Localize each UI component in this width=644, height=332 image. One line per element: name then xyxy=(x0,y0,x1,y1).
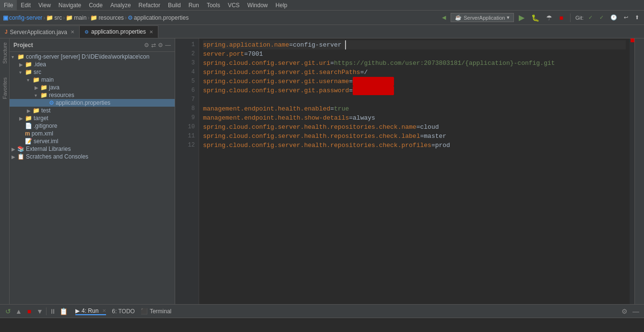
expand-icon: ▾ xyxy=(27,77,33,83)
close-run-tab[interactable]: ✕ xyxy=(102,308,106,313)
menu-edit[interactable]: Edit xyxy=(17,0,35,10)
favorites-tab[interactable]: Favorites xyxy=(1,75,9,101)
menu-tools[interactable]: Tools xyxy=(203,0,224,10)
git-push-button[interactable]: ⬆ xyxy=(633,13,641,22)
tree-gitignore[interactable]: 📄 .gitignore xyxy=(10,122,175,130)
expand-icon: ▾ xyxy=(19,70,25,75)
sidebar-header: Project ⚙ ⇄ ⚙ — xyxy=(10,38,175,52)
tree-resources-label: resources xyxy=(49,92,74,98)
menu-build[interactable]: Build xyxy=(164,0,185,10)
menu-run[interactable]: Run xyxy=(185,0,203,10)
sidebar-settings-button[interactable]: ⚙ xyxy=(144,42,149,49)
menu-refactor[interactable]: Refactor xyxy=(135,0,164,10)
run-settings-button[interactable]: ⚙ xyxy=(620,307,629,316)
menu-window[interactable]: Window xyxy=(243,0,272,10)
chevron-down-icon: ▾ xyxy=(507,14,510,21)
run-tab-todo-label: 6: TODO xyxy=(112,308,135,315)
breadcrumb-file[interactable]: application.properties xyxy=(134,14,189,21)
menu-bar: File Edit View Navigate Code Analyze Ref… xyxy=(0,0,644,11)
code-line-5: spring.cloud.config.server.git.username=… xyxy=(203,77,626,86)
run-config-selector[interactable]: ☕ ServerApplication ▾ xyxy=(451,13,514,22)
tree-src[interactable]: ▾ 📁 src xyxy=(10,68,175,76)
run-minimize-button[interactable]: — xyxy=(632,307,640,316)
expand-icon: ▾ xyxy=(35,93,40,98)
tree-target[interactable]: ▶ 📁 target xyxy=(10,114,175,122)
terminal-icon: ⬛ xyxy=(141,308,148,315)
stop-button[interactable]: ■ xyxy=(557,13,565,23)
coverage-button[interactable]: ☂ xyxy=(544,13,554,23)
expand-icon: ▶ xyxy=(19,62,25,67)
tab-label-props: application.properties xyxy=(91,28,146,35)
git-undo-button[interactable]: ↩ xyxy=(622,13,630,22)
expand-icon: ▶ xyxy=(19,116,25,121)
tree-idea-label: .idea xyxy=(34,61,46,68)
breadcrumb-project[interactable]: config-server xyxy=(9,14,42,21)
separator xyxy=(46,307,47,315)
menu-file[interactable]: File xyxy=(0,0,17,10)
menu-code[interactable]: Code xyxy=(85,0,107,10)
run-header-right: ⚙ — xyxy=(620,307,640,316)
run-scroll-up-button[interactable]: ▲ xyxy=(14,307,23,316)
tree-test[interactable]: ▶ 📁 test xyxy=(10,107,175,114)
code-line-4: spring.cloud.config.server.git.searchPat… xyxy=(203,68,626,77)
close-tab-props[interactable]: ✕ xyxy=(149,29,153,35)
sidebar-gear-button[interactable]: ⚙ xyxy=(158,42,163,49)
menu-help[interactable]: Help xyxy=(272,0,291,10)
run-button[interactable]: ▶ xyxy=(517,12,526,23)
tree-root[interactable]: ▾ 📁 config-server [server] D:\IDE\idea\w… xyxy=(10,53,175,61)
tree-java-label: java xyxy=(49,84,60,91)
run-scroll-down-button[interactable]: ▼ xyxy=(36,307,44,316)
run-tab-todo[interactable]: 6: TODO xyxy=(112,308,135,315)
tree-pom-label: pom.xml xyxy=(32,130,53,137)
tree-scratches-label: Scratches and Consoles xyxy=(26,153,88,160)
folder-icon: 📁 xyxy=(25,69,32,75)
tree-iml[interactable]: ▶ 📝 server.iml xyxy=(10,137,175,145)
expand-icon: ▶ xyxy=(12,147,17,152)
code-editor[interactable]: spring.application.name=config-server se… xyxy=(199,38,630,304)
tree-iml-label: server.iml xyxy=(34,138,58,145)
expand-icon: ▶ xyxy=(35,85,40,90)
tab-application-properties[interactable]: ⚙ application.properties ✕ xyxy=(80,25,158,38)
code-line-1: spring.application.name=config-server xyxy=(203,40,626,49)
close-tab-java[interactable]: ✕ xyxy=(71,29,74,35)
structure-tab[interactable]: Structure xyxy=(1,40,9,66)
menu-view[interactable]: View xyxy=(35,0,55,10)
run-pause-button[interactable]: ⏸ xyxy=(48,307,57,316)
tree-target-label: target xyxy=(34,115,48,122)
tab-server-application[interactable]: J ServerApplication.java ✕ xyxy=(0,25,80,38)
run-stop-button[interactable]: ■ xyxy=(25,307,34,316)
git-check-button[interactable]: ✓ xyxy=(586,13,595,22)
tree-ext-libs[interactable]: ▶ 📚 External Libraries xyxy=(10,145,175,153)
debug-button[interactable]: 🐛 xyxy=(529,13,541,23)
scratch-icon: 📋 xyxy=(17,153,24,160)
sidebar-sync-button[interactable]: ⇄ xyxy=(151,42,156,49)
run-tab-terminal[interactable]: ⬛ Terminal xyxy=(141,308,171,315)
breadcrumb-resources[interactable]: resources xyxy=(98,14,124,21)
git-history-button[interactable]: 🕐 xyxy=(608,13,619,22)
tree-java[interactable]: ▶ 📁 java xyxy=(10,84,175,91)
tree-idea[interactable]: ▶ 📁 .idea xyxy=(10,61,175,68)
run-restart-button[interactable]: ↺ xyxy=(4,307,12,316)
tree-pom[interactable]: ▶ m pom.xml xyxy=(10,130,175,137)
tree-app-props[interactable]: ▶ ⚙ application.properties xyxy=(10,99,175,107)
sidebar-minimize-button[interactable]: — xyxy=(165,42,171,49)
tree-resources[interactable]: ▾ 📁 resources xyxy=(10,91,175,99)
breadcrumb-main[interactable]: main xyxy=(74,14,86,21)
breadcrumb-src[interactable]: src xyxy=(54,14,62,21)
error-indicator xyxy=(631,38,634,42)
line-num-6: 6 xyxy=(177,86,195,95)
folder-icon: 📁 xyxy=(40,92,48,98)
menu-vcs[interactable]: VCS xyxy=(224,0,244,10)
back-button[interactable]: ◀ xyxy=(440,13,448,22)
tree-scratches[interactable]: ▶ 📋 Scratches and Consoles xyxy=(10,153,175,160)
menu-analyze[interactable]: Analyze xyxy=(107,0,135,10)
menu-navigate[interactable]: Navigate xyxy=(55,0,85,10)
main-area: Structure Favorites Project ⚙ ⇄ ⚙ — ▾ 📁 … xyxy=(0,38,644,304)
code-line-9: management.endpoint.health.show-details=… xyxy=(203,113,626,123)
props-tab-icon: ⚙ xyxy=(84,29,89,35)
tree-main[interactable]: ▾ 📁 main xyxy=(10,76,175,84)
run-dump-button[interactable]: 📋 xyxy=(59,307,68,316)
run-tab-run[interactable]: ▶ 4: Run ✕ xyxy=(75,307,106,315)
git-check2-button[interactable]: ✓ xyxy=(597,13,606,22)
xml-icon: m xyxy=(25,130,30,137)
